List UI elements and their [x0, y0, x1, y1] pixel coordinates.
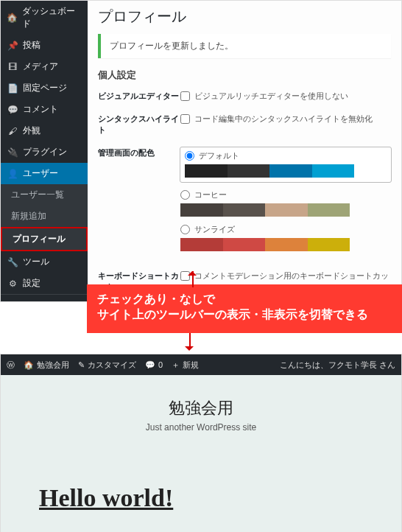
updated-notice: プロフィールを更新しました。 — [98, 34, 391, 58]
plus-icon: ＋ — [172, 360, 180, 371]
site-body: 勉強会用 Just another WordPress site Hello w… — [1, 375, 401, 532]
collapse-menu[interactable]: ◀メニューを閉じる — [1, 294, 88, 302]
shortcut-text: コメントモデレーション用のキーボードショートカッ — [194, 270, 389, 281]
syntax-checkbox-label[interactable]: コード編集中のシンタックスハイライトを無効化 — [180, 113, 391, 125]
menu-dashboard[interactable]: 🏠ダッシュボード — [1, 1, 88, 35]
frontend-preview: ⓦ 🏠勉強会用 ✎カスタマイズ 💬0 ＋新規 こんにちは、フクモト学長 さん 勉… — [0, 354, 402, 532]
pin-icon: 📌 — [7, 41, 18, 51]
syntax-checkbox[interactable] — [180, 114, 190, 124]
color-scheme-1[interactable]: コーヒー — [180, 189, 391, 217]
ab-customize[interactable]: ✎カスタマイズ — [78, 360, 136, 371]
plugin-icon: 🔌 — [7, 147, 18, 158]
site-header: 勉強会用 Just another WordPress site — [15, 397, 387, 433]
menu-plugins[interactable]: 🔌プラグイン — [1, 141, 88, 163]
row-syntax: シンタックスハイライト コード編集中のシンタックスハイライトを無効化 — [98, 113, 391, 136]
collapse-label: メニューを閉じる — [18, 301, 82, 302]
ab-comments-count: 0 — [158, 360, 163, 369]
site-title[interactable]: 勉強会用 — [15, 397, 387, 419]
comment-icon: 💬 — [7, 105, 18, 115]
swatch-row — [185, 164, 354, 178]
swatch-row — [180, 238, 350, 251]
scheme-radio[interactable] — [180, 225, 190, 234]
ab-site-label: 勉強会用 — [37, 360, 69, 371]
wp-admin: 🏠ダッシュボード 📌投稿 🎞メディア 📄固定ページ 💬コメント 🖌外観 🔌プラグ… — [0, 0, 402, 302]
menu-posts[interactable]: 📌投稿 — [1, 35, 88, 56]
color-schemes: デフォルトコーヒーサンライズ — [180, 147, 391, 259]
comment-icon: 💬 — [145, 360, 155, 370]
arrow-down-icon — [0, 333, 402, 354]
ab-new[interactable]: ＋新規 — [172, 360, 199, 371]
annotation-line1: チェックあり・なしで — [97, 292, 393, 307]
label-visual: ビジュアルエディター — [98, 91, 180, 102]
visual-checkbox-label[interactable]: ビジュアルリッチエディターを使用しない — [180, 91, 391, 102]
ab-wp-logo[interactable]: ⓦ — [7, 360, 15, 371]
menu-label: ダッシュボード — [22, 5, 82, 30]
scheme-name: サンライズ — [194, 224, 235, 235]
post-title-link[interactable]: Hello world! — [39, 484, 387, 512]
menu-tools[interactable]: 🔧ツール — [1, 251, 88, 273]
label-syntax: シンタックスハイライト — [98, 113, 180, 136]
ab-customize-label: カスタマイズ — [88, 360, 136, 371]
menu-label: プラグイン — [23, 146, 67, 158]
color-scheme-0[interactable]: デフォルト — [180, 147, 391, 182]
gear-icon: ⚙ — [7, 279, 18, 289]
scheme-name: デフォルト — [199, 150, 239, 161]
swatch-row — [180, 203, 350, 217]
menu-label: ツール — [23, 256, 49, 268]
syntax-text: コード編集中のシンタックスハイライトを無効化 — [194, 113, 373, 125]
menu-label: コメント — [23, 103, 58, 116]
scheme-radio[interactable] — [185, 151, 194, 161]
ab-account[interactable]: こんにちは、フクモト学長 さん — [280, 360, 395, 371]
scheme-radio[interactable] — [180, 190, 190, 200]
submenu-user-list[interactable]: ユーザー一覧 — [1, 184, 88, 206]
shortcut-checkbox-label[interactable]: コメントモデレーション用のキーボードショートカッ — [180, 270, 391, 281]
brush-icon: ✎ — [78, 360, 85, 370]
ab-comments[interactable]: 💬0 — [145, 360, 163, 370]
menu-label: 設定 — [23, 277, 40, 290]
menu-media[interactable]: 🎞メディア — [1, 56, 88, 77]
users-submenu: ユーザー一覧 新規追加 プロフィール — [1, 184, 88, 251]
annotation-callout: チェックあり・なしで サイト上のツールバーの表示・非表示を切替できる — [87, 284, 402, 333]
submenu-add-new[interactable]: 新規追加 — [1, 206, 88, 227]
menu-label: 固定ページ — [23, 82, 67, 94]
profile-main: プロフィール プロフィールを更新しました。 個人設定 ビジュアルエディター ビジ… — [88, 1, 401, 301]
ab-site-name[interactable]: 🏠勉強会用 — [24, 360, 69, 371]
menu-settings[interactable]: ⚙設定 — [1, 273, 88, 294]
media-icon: 🎞 — [7, 62, 18, 72]
visual-checkbox[interactable] — [180, 91, 190, 101]
admin-sidebar: 🏠ダッシュボード 📌投稿 🎞メディア 📄固定ページ 💬コメント 🖌外観 🔌プラグ… — [1, 1, 88, 301]
ab-new-label: 新規 — [183, 360, 199, 371]
menu-label: ユーザー — [23, 167, 58, 180]
menu-users[interactable]: 👤ユーザー — [1, 163, 88, 184]
menu-appearance[interactable]: 🖌外観 — [1, 120, 88, 141]
home-icon: 🏠 — [24, 360, 34, 370]
row-visual-editor: ビジュアルエディター ビジュアルリッチエディターを使用しない — [98, 91, 391, 102]
visual-text: ビジュアルリッチエディターを使用しない — [194, 91, 348, 102]
annotation-line2: サイト上のツールバーの表示・非表示を切替できる — [97, 307, 393, 323]
dashboard-icon: 🏠 — [7, 13, 18, 23]
wp-adminbar: ⓦ 🏠勉強会用 ✎カスタマイズ 💬0 ＋新規 こんにちは、フクモト学長 さん — [1, 354, 401, 375]
site-tagline: Just another WordPress site — [15, 422, 387, 433]
menu-label: メディア — [23, 60, 58, 73]
label-colors: 管理画面の配色 — [98, 147, 180, 158]
menu-label: 投稿 — [23, 39, 40, 52]
submenu-profile[interactable]: プロフィール — [1, 227, 88, 251]
section-personal: 個人設定 — [98, 69, 391, 82]
row-color-scheme: 管理画面の配色 デフォルトコーヒーサンライズ — [98, 147, 391, 259]
menu-comments[interactable]: 💬コメント — [1, 99, 88, 120]
page-title: プロフィール — [98, 7, 391, 27]
user-icon: 👤 — [7, 169, 18, 179]
color-scheme-2[interactable]: サンライズ — [180, 224, 391, 251]
menu-label: 外観 — [23, 125, 40, 137]
scheme-name: コーヒー — [194, 189, 227, 200]
menu-pages[interactable]: 📄固定ページ — [1, 77, 88, 99]
page-icon: 📄 — [7, 83, 18, 94]
brush-icon: 🖌 — [7, 126, 18, 136]
wordpress-icon: ⓦ — [7, 360, 15, 371]
wrench-icon: 🔧 — [7, 257, 18, 267]
ab-greeting: こんにちは、フクモト学長 さん — [280, 360, 395, 371]
